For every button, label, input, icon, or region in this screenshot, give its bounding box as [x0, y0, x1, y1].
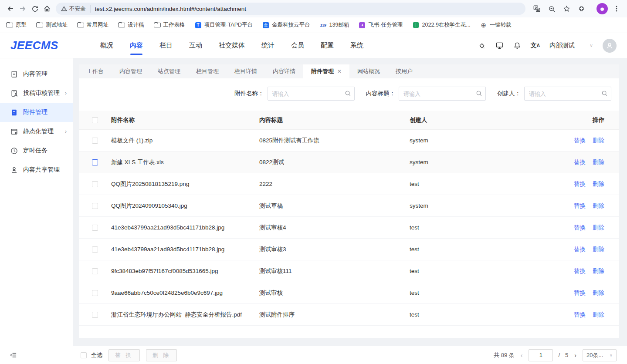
- select-all-header-checkbox[interactable]: [92, 117, 98, 123]
- jeecms-logo[interactable]: JEECMS: [10, 39, 58, 52]
- prev-page-icon[interactable]: ‹: [520, 352, 524, 359]
- replace-link[interactable]: 替换: [574, 224, 586, 232]
- clean-cache-icon[interactable]: [478, 42, 486, 50]
- bookmark-item[interactable]: 工作表格: [154, 21, 185, 29]
- delete-link[interactable]: 删除: [593, 224, 604, 232]
- tab-strip: 工作台 内容管理 站点管理 栏目管理: [79, 64, 619, 78]
- content-title: 测试草稿: [259, 202, 410, 210]
- top-nav-item[interactable]: 会员: [291, 33, 304, 58]
- batch-delete-button[interactable]: 删 除: [146, 349, 177, 361]
- replace-link[interactable]: 替换: [574, 311, 586, 319]
- bookmark-item[interactable]: 139邮箱: [320, 21, 349, 29]
- page-tab[interactable]: 附件管理 ✕: [303, 64, 349, 78]
- search-icon[interactable]: [601, 90, 608, 98]
- top-nav-item[interactable]: 系统: [350, 33, 363, 58]
- replace-link[interactable]: 替换: [574, 267, 586, 275]
- row-checkbox[interactable]: [92, 138, 98, 144]
- page-tab[interactable]: 栏目管理: [188, 64, 227, 78]
- language-icon[interactable]: 文A: [531, 42, 540, 50]
- tab-close-icon[interactable]: ✕: [337, 68, 342, 74]
- delete-link[interactable]: 删除: [593, 289, 604, 297]
- browser-menu-icon[interactable]: [610, 3, 623, 15]
- notifications-bell-icon[interactable]: [513, 42, 521, 50]
- monitor-icon[interactable]: [495, 41, 504, 50]
- bookmark-item[interactable]: 金磊科技云平台: [262, 21, 310, 29]
- reload-icon[interactable]: [29, 3, 41, 15]
- select-all-checkbox[interactable]: [81, 352, 87, 358]
- delete-link[interactable]: 删除: [593, 246, 604, 253]
- batch-replace-button[interactable]: 替 换: [108, 349, 140, 361]
- filter-input[interactable]: [524, 87, 611, 101]
- search-icon[interactable]: [476, 90, 482, 98]
- sidebar-collapse-icon[interactable]: [10, 351, 17, 359]
- top-nav-item[interactable]: 统计: [261, 33, 275, 58]
- row-checkbox[interactable]: [92, 246, 98, 253]
- search-icon[interactable]: [345, 90, 351, 98]
- page-size-select[interactable]: 20条... ∨: [583, 349, 617, 361]
- bookmark-item[interactable]: 项目管理-TAPD平台: [195, 21, 253, 29]
- delete-link[interactable]: 删除: [593, 311, 604, 319]
- home-icon[interactable]: [41, 3, 53, 15]
- page-tab[interactable]: 网站概况: [349, 64, 388, 78]
- delete-link[interactable]: 删除: [593, 137, 604, 145]
- extensions-icon[interactable]: [575, 3, 587, 15]
- sidebar-item[interactable]: 投稿审核管理 ›: [0, 84, 73, 103]
- sidebar-item[interactable]: 附件管理 ›: [0, 103, 73, 122]
- page-tab[interactable]: 内容管理: [112, 64, 150, 78]
- forward-icon[interactable]: [17, 3, 29, 15]
- sidebar-item[interactable]: 内容管理 ›: [0, 64, 73, 84]
- row-checkbox[interactable]: [92, 268, 98, 274]
- translate-icon[interactable]: [531, 3, 543, 15]
- row-checkbox[interactable]: [92, 159, 98, 165]
- page-tab[interactable]: 工作台: [79, 64, 112, 78]
- sidebar-item[interactable]: 静态化管理 ›: [0, 122, 73, 141]
- bookmark-item[interactable]: 常用网址: [77, 21, 108, 29]
- creator: test: [410, 181, 552, 187]
- sidebar-item[interactable]: 定时任务 ›: [0, 141, 73, 160]
- replace-link[interactable]: 替换: [574, 137, 586, 145]
- next-page-icon[interactable]: ›: [573, 352, 577, 359]
- page-tab[interactable]: 内容详情: [265, 64, 303, 78]
- top-nav-item[interactable]: 社交媒体: [219, 33, 245, 58]
- bookmark-item[interactable]: 一键转载: [480, 21, 512, 29]
- page-input[interactable]: [529, 349, 553, 361]
- top-nav-item[interactable]: 互动: [189, 33, 202, 58]
- bookmark-item[interactable]: 设计稿: [118, 21, 144, 29]
- top-nav-item[interactable]: 内容: [130, 33, 143, 58]
- zoom-icon[interactable]: [546, 3, 558, 15]
- bookmark-item[interactable]: 原型: [6, 21, 27, 29]
- replace-link[interactable]: 替换: [574, 246, 586, 253]
- user-avatar[interactable]: [603, 39, 617, 53]
- delete-link[interactable]: 删除: [593, 202, 604, 210]
- site-selector[interactable]: 内部测试 ∨: [549, 41, 593, 50]
- filter-input[interactable]: [399, 87, 486, 101]
- bookmark-star-icon[interactable]: [560, 3, 573, 15]
- delete-link[interactable]: 删除: [593, 180, 604, 188]
- browser-profile-avatar[interactable]: ☻: [596, 3, 608, 14]
- row-checkbox[interactable]: [92, 181, 98, 187]
- sidebar-item[interactable]: 内容共享管理 ›: [0, 160, 73, 179]
- replace-link[interactable]: 替换: [574, 180, 586, 188]
- page-tab[interactable]: 按用户: [388, 64, 420, 78]
- page-tab[interactable]: 栏目详情: [227, 64, 265, 78]
- delete-link[interactable]: 删除: [593, 158, 604, 166]
- row-checkbox[interactable]: [92, 312, 98, 318]
- top-nav-item[interactable]: 栏目: [159, 33, 173, 58]
- back-icon[interactable]: [4, 3, 17, 15]
- bookmark-item[interactable]: 2022.9在校学生花...: [413, 21, 471, 29]
- row-checkbox[interactable]: [92, 290, 98, 296]
- filter-input[interactable]: [268, 87, 355, 101]
- security-chip[interactable]: 不安全: [61, 5, 91, 13]
- address-bar[interactable]: 不安全 test.x2.jeecms.com/admin/index.html#…: [56, 3, 525, 15]
- bookmark-item[interactable]: 测试地址: [36, 21, 68, 29]
- replace-link[interactable]: 替换: [574, 289, 586, 297]
- delete-link[interactable]: 删除: [593, 267, 604, 275]
- bookmark-item[interactable]: 飞书-任务管理: [359, 21, 403, 29]
- top-nav-item[interactable]: 概况: [100, 33, 113, 58]
- top-nav-item[interactable]: 配置: [321, 33, 334, 58]
- row-checkbox[interactable]: [92, 203, 98, 209]
- replace-link[interactable]: 替换: [574, 202, 586, 210]
- replace-link[interactable]: 替换: [574, 158, 586, 166]
- row-checkbox[interactable]: [92, 225, 98, 231]
- page-tab[interactable]: 站点管理: [150, 64, 188, 78]
